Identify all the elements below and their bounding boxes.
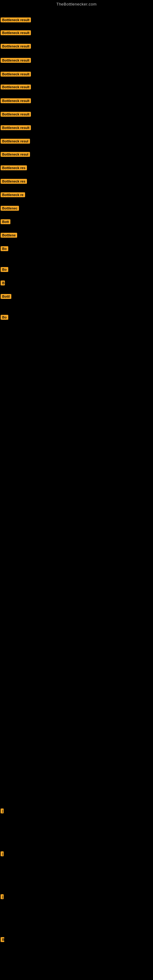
bottleneck-result-badge-6: Bottleneck result bbox=[1, 98, 31, 105]
bottleneck-result-badge-4: Bottleneck result bbox=[1, 72, 31, 78]
badge-label-16: Bottlene bbox=[1, 233, 17, 238]
badge-label-4: Bottleneck result bbox=[1, 72, 31, 76]
bottleneck-result-badge-14: Bottlenec bbox=[1, 206, 19, 212]
badge-label-14: Bottlenec bbox=[1, 206, 19, 211]
badge-label-20: Bottl bbox=[1, 294, 11, 299]
bottleneck-result-badge-0: Bottleneck result bbox=[1, 18, 31, 24]
bottleneck-result-badge-19: B bbox=[1, 280, 5, 286]
bottleneck-result-badge-11: Bottleneck res bbox=[1, 165, 27, 172]
bottleneck-result-badge-10: Bottleneck resul bbox=[1, 152, 30, 158]
bottleneck-result-badge-8: Bottleneck result bbox=[1, 125, 31, 131]
bottleneck-result-badge-17: Bo bbox=[1, 246, 8, 252]
bottleneck-result-badge-9: Bottleneck resul bbox=[1, 139, 30, 145]
badge-label-23: | bbox=[1, 851, 4, 856]
bottleneck-result-badge-22: | bbox=[1, 808, 3, 815]
bottleneck-result-badge-2: Bottleneck result bbox=[1, 44, 31, 50]
badge-label-1: Bottleneck result bbox=[1, 30, 31, 35]
bottleneck-result-badge-25: B bbox=[1, 937, 4, 943]
badge-label-10: Bottleneck resul bbox=[1, 152, 30, 157]
badge-label-25: B bbox=[1, 937, 4, 942]
bottleneck-result-badge-20: Bottl bbox=[1, 294, 11, 300]
bottleneck-result-badge-16: Bottlene bbox=[1, 233, 17, 239]
site-title: TheBottlenecker.com bbox=[0, 0, 153, 8]
badge-label-19: B bbox=[1, 280, 5, 285]
badge-label-8: Bottleneck result bbox=[1, 125, 31, 130]
badge-label-0: Bottleneck result bbox=[1, 18, 31, 22]
badge-label-11: Bottleneck res bbox=[1, 165, 27, 170]
badge-label-22: | bbox=[1, 808, 4, 813]
bottleneck-result-badge-1: Bottleneck result bbox=[1, 30, 31, 37]
badge-label-24: | bbox=[1, 894, 4, 899]
badge-label-7: Bottleneck result bbox=[1, 112, 31, 117]
badge-label-18: Bo bbox=[1, 267, 8, 272]
bottleneck-result-badge-18: Bo bbox=[1, 267, 8, 273]
badge-label-9: Bottleneck resul bbox=[1, 139, 30, 144]
badge-label-3: Bottleneck result bbox=[1, 58, 31, 63]
bottleneck-result-badge-7: Bottleneck result bbox=[1, 112, 31, 118]
bottleneck-result-badge-24: | bbox=[1, 894, 3, 900]
badge-label-13: Bottleneck re bbox=[1, 192, 25, 197]
badge-label-15: Bott bbox=[1, 219, 10, 224]
bottleneck-result-badge-3: Bottleneck result bbox=[1, 58, 31, 64]
bottleneck-result-badge-23: | bbox=[1, 851, 3, 858]
bottleneck-result-badge-15: Bott bbox=[1, 219, 10, 225]
badge-label-6: Bottleneck result bbox=[1, 98, 31, 103]
badge-label-5: Bottleneck result bbox=[1, 84, 31, 89]
bottleneck-result-badge-5: Bottleneck result bbox=[1, 84, 31, 91]
bottleneck-result-badge-13: Bottleneck re bbox=[1, 192, 25, 199]
bottleneck-result-badge-12: Bottleneck res bbox=[1, 179, 27, 185]
bottleneck-result-badge-21: Bo bbox=[1, 315, 8, 321]
badge-label-12: Bottleneck res bbox=[1, 179, 27, 184]
badge-label-21: Bo bbox=[1, 315, 8, 320]
badge-label-2: Bottleneck result bbox=[1, 44, 31, 49]
badge-label-17: Bo bbox=[1, 246, 8, 251]
